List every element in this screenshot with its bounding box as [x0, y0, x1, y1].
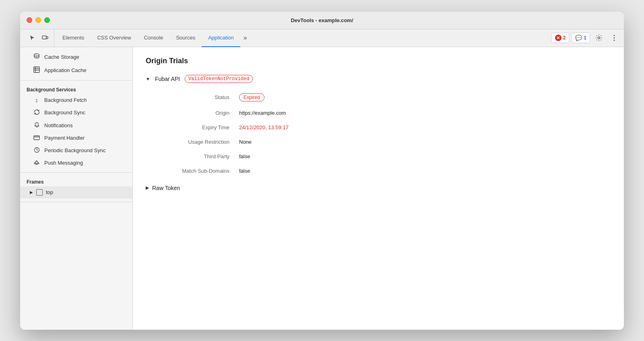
status-value: Expired	[239, 93, 264, 101]
storage-section: Cache Storage Application Cache	[20, 47, 132, 81]
svg-point-4	[614, 37, 615, 39]
svg-point-3	[614, 35, 615, 36]
match-sub-domains-row: Match Sub-Domains false	[159, 164, 440, 178]
devtools-window: DevTools - example.com/ Elements CSS Ove…	[20, 12, 624, 330]
expiry-time-row: Expiry Time 24/12/2020, 13:59:17	[159, 120, 440, 135]
minimize-button[interactable]	[35, 17, 41, 23]
match-sub-domains-value: false	[239, 168, 250, 174]
bg-fetch-icon: ↕	[33, 97, 40, 103]
tab-css-overview[interactable]: CSS Overview	[91, 29, 138, 47]
background-services-section: Background Services ↕ Background Fetch B…	[20, 81, 132, 173]
more-options-button[interactable]	[608, 31, 621, 44]
third-party-label: Third Party	[159, 153, 239, 159]
frames-header: Frames	[20, 176, 132, 186]
message-icon: 💬	[575, 35, 582, 41]
frames-top-label: top	[46, 189, 53, 195]
settings-button[interactable]	[592, 31, 605, 44]
page-title: Origin Trials	[146, 57, 611, 65]
third-party-value: false	[239, 153, 250, 159]
sidebar-item-application-cache[interactable]: Application Cache	[20, 64, 132, 77]
svg-point-6	[34, 54, 39, 56]
cache-storage-label: Cache Storage	[44, 54, 79, 60]
usage-restriction-value: None	[239, 139, 252, 145]
origin-value: https://example.com	[239, 110, 286, 116]
raw-token-expand-icon: ▶	[146, 185, 149, 190]
sidebar-item-bg-sync[interactable]: Background Sync	[20, 106, 132, 119]
expand-arrow-icon: ▶	[30, 190, 33, 194]
api-status-badge: ValidTokenNotProvided	[185, 75, 253, 83]
maximize-button[interactable]	[44, 17, 50, 23]
background-services-header: Background Services	[20, 84, 132, 94]
notifications-icon	[33, 122, 40, 129]
svg-point-2	[598, 37, 600, 39]
usage-restriction-row: Usage Restriction None	[159, 135, 440, 149]
detail-table: Status Expired Origin https://example.co…	[159, 89, 440, 178]
sidebar-item-periodic-bg-sync[interactable]: Periodic Background Sync	[20, 144, 132, 157]
cursor-icon[interactable]	[27, 32, 38, 43]
payment-handler-label: Payment Handler	[44, 135, 85, 141]
tab-console[interactable]: Console	[138, 29, 170, 47]
close-button[interactable]	[27, 17, 32, 23]
periodic-bg-sync-label: Periodic Background Sync	[44, 147, 105, 153]
detail-panel: Origin Trials ▼ Fubar API ValidTokenNotP…	[133, 47, 624, 330]
svg-rect-11	[34, 136, 39, 140]
notifications-label: Notifications	[44, 122, 73, 128]
error-count-button[interactable]: ✕ 2	[551, 33, 570, 43]
payment-handler-icon	[33, 135, 40, 141]
sidebar-item-bg-fetch[interactable]: ↕ Background Fetch	[20, 94, 132, 106]
status-label: Status	[159, 94, 239, 100]
tabs-bar: Elements CSS Overview Console Sources Ap…	[20, 29, 624, 47]
match-sub-domains-label: Match Sub-Domains	[159, 168, 239, 174]
device-toggle-icon[interactable]	[39, 32, 51, 43]
sidebar-item-notifications[interactable]: Notifications	[20, 119, 132, 132]
application-cache-icon	[33, 66, 40, 74]
raw-token-label: Raw Token	[152, 185, 180, 191]
bg-sync-label: Background Sync	[44, 110, 85, 116]
third-party-row: Third Party false	[159, 149, 440, 164]
sidebar-item-frames-top[interactable]: ▶ top	[20, 186, 132, 198]
origin-label: Origin	[159, 110, 239, 116]
tab-application[interactable]: Application	[202, 29, 240, 47]
tab-sources[interactable]: Sources	[169, 29, 202, 47]
sidebar-item-payment-handler[interactable]: Payment Handler	[20, 132, 132, 144]
svg-rect-0	[42, 36, 46, 39]
svg-point-5	[614, 40, 615, 41]
info-count-button[interactable]: 💬 1	[572, 33, 590, 43]
sidebar-item-push-messaging[interactable]: Push Messaging	[20, 157, 132, 169]
api-name: Fubar API	[155, 76, 180, 82]
push-messaging-label: Push Messaging	[44, 160, 83, 166]
sidebar: Cache Storage Application Cache	[20, 47, 133, 330]
title-bar: DevTools - example.com/	[20, 12, 624, 29]
traffic-lights	[27, 17, 50, 23]
tab-elements[interactable]: Elements	[56, 29, 91, 47]
svg-rect-1	[46, 37, 48, 39]
api-collapse-icon[interactable]: ▼	[146, 76, 150, 81]
error-icon: ✕	[555, 35, 561, 41]
tabs-right-actions: ✕ 2 💬 1	[551, 29, 621, 47]
sidebar-item-cache-storage[interactable]: Cache Storage	[20, 50, 132, 64]
tab-tool-icons	[23, 29, 54, 47]
svg-rect-7	[34, 67, 39, 72]
usage-restriction-label: Usage Restriction	[159, 139, 239, 145]
frame-icon	[36, 189, 43, 196]
push-messaging-icon	[33, 160, 40, 166]
frames-section: Frames ▶ top	[20, 173, 132, 202]
bg-fetch-label: Background Fetch	[44, 97, 87, 103]
expiry-time-value: 24/12/2020, 13:59:17	[239, 124, 289, 130]
application-cache-label: Application Cache	[44, 67, 87, 73]
origin-row: Origin https://example.com	[159, 106, 440, 120]
api-header: ▼ Fubar API ValidTokenNotProvided	[146, 75, 611, 83]
raw-token-row[interactable]: ▶ Raw Token	[146, 182, 611, 194]
cache-storage-icon	[33, 53, 40, 61]
api-section: ▼ Fubar API ValidTokenNotProvided Status…	[146, 75, 611, 194]
periodic-bg-sync-icon	[33, 147, 40, 154]
bg-sync-icon	[33, 109, 40, 116]
window-title: DevTools - example.com/	[291, 17, 353, 23]
expiry-time-label: Expiry Time	[159, 124, 239, 130]
more-tabs-button[interactable]: »	[240, 29, 250, 47]
status-row: Status Expired	[159, 89, 440, 106]
main-content: Cache Storage Application Cache	[20, 47, 624, 330]
